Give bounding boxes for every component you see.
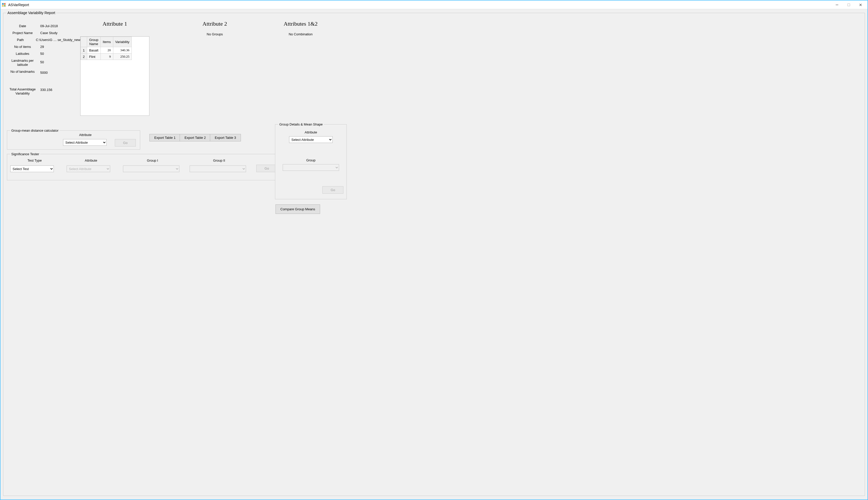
titlebar: ASVarReport — [0, 0, 868, 9]
meta-tav-label: Total Assemblage Variability — [7, 87, 40, 95]
meta-lmk-label: No of landmarks — [7, 70, 40, 73]
report-panel: Assemblage Variability Report Date09-Jul… — [3, 11, 865, 496]
row-items: 20 — [100, 47, 113, 54]
row-index: 1 — [81, 47, 87, 54]
meta-lat-value: 50 — [40, 52, 44, 56]
svg-rect-1 — [2, 3, 3, 4]
meta-tav-value: 330.156 — [40, 87, 52, 92]
sig-go-button[interactable]: Go — [256, 165, 277, 172]
details-go-button[interactable]: Go — [323, 186, 343, 194]
meta-items-value: 29 — [40, 45, 44, 49]
export-table-3-button[interactable]: Export Table 3 — [210, 134, 241, 141]
meta-lpl-label: Landmarks per latitude — [7, 59, 40, 67]
meta-project-label: Project Name — [7, 31, 40, 35]
details-attr-select[interactable]: Select Attribute — [289, 136, 332, 143]
gmdc-go-button[interactable]: Go — [115, 139, 136, 147]
attr12-msg: No Combination — [262, 32, 339, 36]
svg-rect-3 — [2, 5, 3, 7]
meta-lpl-value: 50 — [40, 59, 44, 64]
row-index: 2 — [81, 54, 87, 60]
meta-lat-label: Latitudes — [7, 52, 40, 56]
svg-rect-4 — [4, 5, 5, 7]
details-group-select[interactable] — [283, 164, 339, 171]
meta-path-value: C:\Users\G … se_Stutdy_new\ — [36, 38, 81, 42]
svg-rect-2 — [4, 3, 5, 4]
attr1-table-wrap: Group Name Items Variability 1 Basalt 20… — [80, 36, 149, 116]
row-name: Flint — [87, 54, 100, 60]
details-attr-label: Attribute — [278, 130, 343, 134]
gmdc-attr-label: Attribute — [64, 133, 107, 137]
window-title: ASVarReport — [8, 3, 29, 7]
row-var: 340.36 — [113, 47, 132, 54]
meta-items-label: No of items — [7, 45, 40, 49]
details-group-label: Group — [278, 158, 343, 162]
sig-attr-label: Attribute — [67, 159, 115, 162]
attr1-title: Attribute 1 — [80, 21, 149, 27]
export-table-2-button[interactable]: Export Table 2 — [180, 134, 211, 141]
details-legend: Group Details & Mean Shape — [278, 123, 324, 126]
sig-test-select[interactable]: Select Test — [10, 166, 54, 172]
app-icon — [1, 2, 6, 7]
row-var: 250.25 — [113, 54, 132, 60]
sig-g2-select[interactable] — [190, 166, 246, 172]
meta-path-label: Path — [7, 38, 36, 42]
gmdc-panel: Group-mean distance calculator Attribute… — [7, 128, 140, 150]
attr12-title: Attributes 1&2 — [262, 21, 339, 27]
sig-legend: Significance Tester — [10, 152, 40, 156]
export-table-1-button[interactable]: Export Table 1 — [149, 134, 180, 141]
meta-project-value: Case Study — [40, 31, 57, 35]
attr1-col-group: Group Name — [87, 37, 100, 47]
attr1-corner — [81, 37, 87, 47]
attr1-col-items: Items — [100, 37, 113, 47]
minimize-button[interactable] — [831, 1, 843, 9]
report-legend: Assemblage Variability Report — [7, 11, 56, 15]
gmdc-legend: Group-mean distance calculator — [10, 128, 59, 133]
sig-test-label: Test Type — [10, 159, 59, 162]
sig-panel: Significance Tester Test Type Select Tes… — [7, 152, 281, 180]
meta-date-label: Date — [7, 24, 40, 28]
gmdc-attr-select[interactable]: Select Attribute — [63, 139, 106, 146]
metadata-block: Date09-Jul-2018 Project NameCase Study P… — [7, 24, 81, 98]
sig-attr-select[interactable]: Select Attribute — [67, 166, 110, 172]
close-button[interactable] — [855, 1, 867, 9]
meta-date-value: 09-Jul-2018 — [40, 24, 58, 28]
details-panel: Group Details & Mean Shape Attribute Sel… — [275, 123, 347, 199]
row-name: Basalt — [87, 47, 100, 54]
client-area: Assemblage Variability Report Date09-Jul… — [0, 9, 868, 500]
attr2-msg: No Groups — [180, 32, 249, 36]
sig-g1-select[interactable] — [123, 166, 179, 172]
attr2-title: Attribute 2 — [180, 21, 249, 27]
attr1-col-var: Variability — [113, 37, 132, 47]
sig-g2-label: Group II — [190, 159, 249, 162]
meta-lmk-value: 5000 — [40, 70, 48, 75]
svg-rect-6 — [848, 3, 850, 6]
compare-group-means-button[interactable]: Compare Group Means — [275, 204, 320, 214]
table-row[interactable]: 1 Basalt 20 340.36 — [81, 47, 132, 54]
attr1-table: Group Name Items Variability 1 Basalt 20… — [80, 37, 132, 60]
app-window: ASVarReport Assemblage Variability Repor… — [0, 0, 868, 500]
row-items: 9 — [100, 54, 113, 60]
sig-g1-label: Group I — [123, 159, 182, 162]
maximize-button[interactable] — [843, 1, 855, 9]
table-row[interactable]: 2 Flint 9 250.25 — [81, 54, 132, 60]
